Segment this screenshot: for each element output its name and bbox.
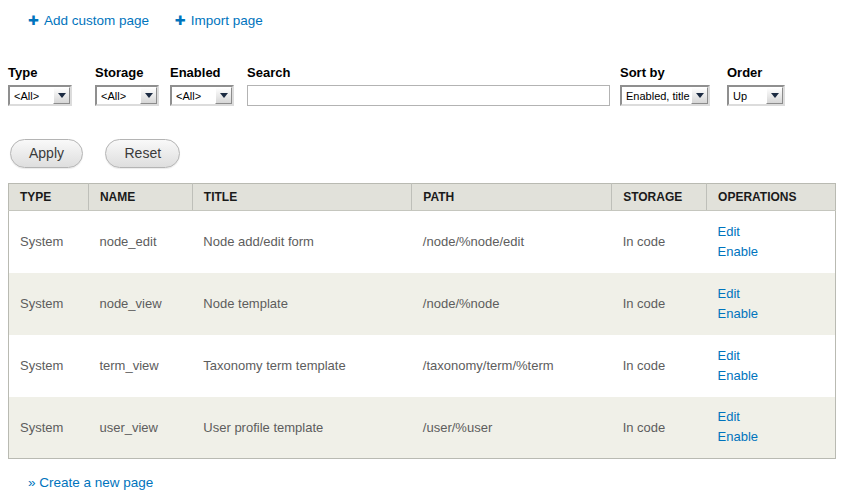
cell-type: System <box>9 397 89 459</box>
search-group: Search <box>247 65 610 106</box>
filter-bar: Type <All> Storage <All> Enabled <All> S… <box>8 65 836 106</box>
cell-operations: Edit Enable <box>707 335 836 397</box>
add-custom-page-label: Add custom page <box>44 13 149 28</box>
cell-storage: In code <box>612 273 707 335</box>
cell-type: System <box>9 211 89 273</box>
chevron-down-icon <box>220 93 228 98</box>
apply-button[interactable]: Apply <box>10 139 83 168</box>
sort-by-label: Sort by <box>620 65 720 80</box>
table-row: System term_view Taxonomy term template … <box>9 335 836 397</box>
sort-by-group: Sort by Enabled, title <box>620 65 720 106</box>
dropdown-arrow-button <box>691 87 708 104</box>
chevron-down-icon <box>145 93 153 98</box>
column-header-name: NAME <box>88 184 192 211</box>
cell-title: User profile template <box>192 397 412 459</box>
enabled-filter-select[interactable]: <All> <box>170 85 234 106</box>
import-page-link[interactable]: ✚Import page <box>175 13 263 28</box>
search-label: Search <box>247 65 610 80</box>
cell-path: /node/%node <box>412 273 612 335</box>
cell-storage: In code <box>612 397 707 459</box>
column-header-operations: OPERATIONS <box>707 184 836 211</box>
enabled-filter-group: Enabled <All> <box>170 65 247 106</box>
column-header-title: TITLE <box>192 184 412 211</box>
edit-link[interactable]: Edit <box>718 222 829 242</box>
dropdown-arrow-button <box>215 87 232 104</box>
edit-link[interactable]: Edit <box>718 407 829 427</box>
table-header-row: TYPE NAME TITLE PATH STORAGE OPERATIONS <box>9 184 836 211</box>
filter-actions: Apply Reset <box>10 139 844 168</box>
cell-name: term_view <box>88 335 192 397</box>
footer-link-wrap: » Create a new page <box>28 475 844 490</box>
storage-filter-value: <All> <box>97 89 140 102</box>
chevron-down-icon <box>58 93 66 98</box>
cell-type: System <box>9 273 89 335</box>
cell-operations: Edit Enable <box>707 211 836 273</box>
cell-name: user_view <box>88 397 192 459</box>
enable-link[interactable]: Enable <box>718 366 829 386</box>
enable-link[interactable]: Enable <box>718 242 829 262</box>
sort-by-select[interactable]: Enabled, title <box>620 85 710 106</box>
order-select[interactable]: Up <box>727 85 785 106</box>
search-input[interactable] <box>247 85 610 106</box>
action-links: ✚Add custom page ✚Import page <box>28 13 844 28</box>
storage-filter-select[interactable]: <All> <box>95 85 159 106</box>
cell-path: /user/%user <box>412 397 612 459</box>
table-row: System user_view User profile template /… <box>9 397 836 459</box>
column-header-type: TYPE <box>9 184 89 211</box>
enabled-filter-value: <All> <box>172 89 215 102</box>
add-icon: ✚ <box>28 14 39 27</box>
type-filter-select[interactable]: <All> <box>8 85 72 106</box>
type-filter-value: <All> <box>10 89 53 102</box>
cell-path: /taxonomy/term/%term <box>412 335 612 397</box>
cell-name: node_edit <box>88 211 192 273</box>
edit-link[interactable]: Edit <box>718 346 829 366</box>
storage-filter-group: Storage <All> <box>95 65 170 106</box>
add-icon: ✚ <box>175 14 186 27</box>
table-row: System node_edit Node add/edit form /nod… <box>9 211 836 273</box>
chevron-down-icon <box>696 93 704 98</box>
cell-operations: Edit Enable <box>707 397 836 459</box>
add-custom-page-link[interactable]: ✚Add custom page <box>28 13 149 28</box>
storage-label: Storage <box>95 65 170 80</box>
cell-title: Taxonomy term template <box>192 335 412 397</box>
cell-path: /node/%node/edit <box>412 211 612 273</box>
edit-link[interactable]: Edit <box>718 284 829 304</box>
table-row: System node_view Node template /node/%no… <box>9 273 836 335</box>
chevron-down-icon <box>771 93 779 98</box>
dropdown-arrow-button <box>140 87 157 104</box>
type-filter-group: Type <All> <box>8 65 95 106</box>
enabled-label: Enabled <box>170 65 247 80</box>
dropdown-arrow-button <box>766 87 783 104</box>
cell-name: node_view <box>88 273 192 335</box>
order-value: Up <box>729 89 766 102</box>
cell-storage: In code <box>612 211 707 273</box>
import-page-label: Import page <box>191 13 263 28</box>
dropdown-arrow-button <box>53 87 70 104</box>
column-header-path: PATH <box>412 184 612 211</box>
enable-link[interactable]: Enable <box>718 427 829 447</box>
column-header-storage: STORAGE <box>612 184 707 211</box>
create-new-page-link[interactable]: » Create a new page <box>28 475 153 490</box>
order-label: Order <box>727 65 787 80</box>
sort-by-value: Enabled, title <box>622 89 691 102</box>
pages-table: TYPE NAME TITLE PATH STORAGE OPERATIONS … <box>8 183 836 459</box>
order-group: Order Up <box>727 65 787 106</box>
type-label: Type <box>8 65 95 80</box>
cell-storage: In code <box>612 335 707 397</box>
cell-operations: Edit Enable <box>707 273 836 335</box>
cell-type: System <box>9 335 89 397</box>
enable-link[interactable]: Enable <box>718 304 829 324</box>
cell-title: Node add/edit form <box>192 211 412 273</box>
cell-title: Node template <box>192 273 412 335</box>
reset-button[interactable]: Reset <box>105 139 180 168</box>
